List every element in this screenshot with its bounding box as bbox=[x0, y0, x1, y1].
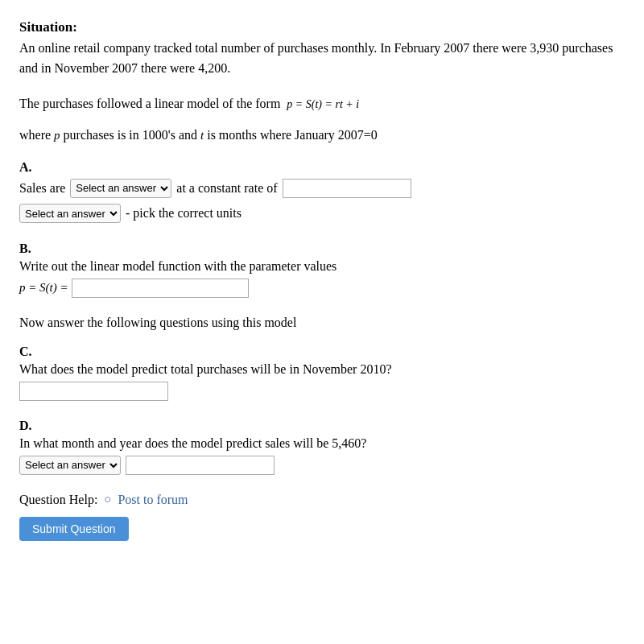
question-help-section: Question Help: ○ Post to forum bbox=[19, 493, 625, 507]
part-a-row1: Sales are Select an answer increasing de… bbox=[19, 178, 625, 199]
part-b-section: B. Write out the linear model function w… bbox=[19, 242, 625, 298]
part-d-section: D. In what month and year does the model… bbox=[19, 419, 625, 475]
part-a-constant-rate: at a constant rate of bbox=[176, 178, 277, 199]
linear-model-line1: The purchases followed a linear model of… bbox=[19, 93, 625, 114]
linear-model-text-start: The purchases followed a linear model of… bbox=[19, 93, 280, 114]
part-b-label: B. bbox=[19, 242, 625, 256]
linear-model-where: where bbox=[19, 125, 51, 146]
part-d-row: Select an answer January February March … bbox=[19, 456, 625, 475]
help-circle-icon: ○ bbox=[104, 493, 111, 506]
linear-model-end: is months where January 2007=0 bbox=[207, 125, 378, 146]
part-c-label: C. bbox=[19, 345, 625, 359]
linear-model-section: The purchases followed a linear model of… bbox=[19, 93, 625, 146]
part-b-formula-row: p = S(t) = bbox=[19, 279, 625, 298]
linear-model-t: t bbox=[200, 126, 204, 145]
situation-section: Situation: An online retail company trac… bbox=[19, 19, 625, 79]
part-c-description: What does the model predict total purcha… bbox=[19, 362, 625, 377]
part-b-formula-input[interactable] bbox=[72, 279, 249, 298]
part-a-section: A. Sales are Select an answer increasing… bbox=[19, 160, 625, 224]
part-a-rate-input[interactable] bbox=[283, 179, 411, 198]
part-c-answer-input[interactable] bbox=[19, 382, 168, 401]
linear-model-p: p bbox=[54, 126, 60, 145]
part-b-formula-label: p = S(t) = bbox=[19, 281, 68, 295]
part-a-label: A. bbox=[19, 160, 625, 175]
part-c-input-row bbox=[19, 382, 625, 401]
linear-model-formula: p = S(t) = rt + i bbox=[287, 96, 359, 114]
part-d-label: D. bbox=[19, 419, 625, 433]
post-to-forum-link[interactable]: Post to forum bbox=[118, 493, 188, 507]
submit-question-button[interactable]: Submit Question bbox=[19, 517, 129, 541]
part-a-dropdown1[interactable]: Select an answer increasing decreasing bbox=[70, 179, 171, 198]
situation-paragraph1: An online retail company tracked total n… bbox=[19, 39, 625, 79]
part-c-section: C. What does the model predict total pur… bbox=[19, 345, 625, 401]
situation-title: Situation: bbox=[19, 19, 625, 35]
part-a-dropdown2[interactable]: Select an answer purchases/month months/… bbox=[19, 204, 121, 223]
part-a-row2: Select an answer purchases/month months/… bbox=[19, 203, 625, 224]
linear-model-mid: purchases is in 1000's and bbox=[64, 125, 197, 146]
part-d-description: In what month and year does the model pr… bbox=[19, 436, 625, 451]
question-help-label: Question Help: bbox=[19, 493, 97, 507]
linear-model-line2: where p purchases is in 1000's and t is … bbox=[19, 125, 625, 146]
part-d-dropdown[interactable]: Select an answer January February March … bbox=[19, 456, 121, 475]
now-answer-text: Now answer the following questions using… bbox=[19, 316, 625, 330]
part-d-year-input[interactable] bbox=[126, 456, 275, 475]
part-a-sales-are: Sales are bbox=[19, 178, 65, 199]
part-b-description: Write out the linear model function with… bbox=[19, 259, 625, 274]
part-a-units-text: - pick the correct units bbox=[126, 203, 242, 224]
